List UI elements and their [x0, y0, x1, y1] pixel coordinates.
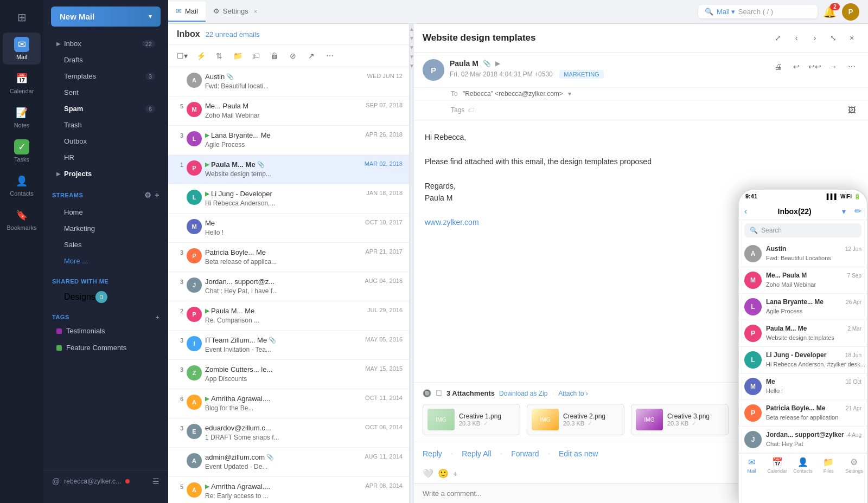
settings-icon[interactable]: ⚙ [144, 191, 152, 199]
reply-all-button-header[interactable]: ↩↩ [807, 59, 822, 74]
search-bar[interactable]: 🔍 Mail ▾ Search ( / ) [698, 5, 818, 18]
nav-item-inbox[interactable]: ▶ Inbox 22 [48, 36, 164, 51]
mail-list-item[interactable]: 3 P Patricia Boyle... Me Beta release of… [168, 243, 409, 272]
notifications-button[interactable]: 🔔 2 [823, 5, 837, 18]
sidebar-item-contacts[interactable]: 👤 Contacts [3, 169, 41, 201]
more-button[interactable]: ⋯ [322, 48, 337, 63]
attach-to-link[interactable]: Attach to › [558, 390, 588, 397]
mobile-chevron-icon[interactable]: ▾ [842, 207, 846, 216]
grid-menu-icon[interactable]: ⊞ [17, 11, 27, 24]
attachment-item[interactable]: IMG Creative 3.png 20.3 KB ✓ [631, 404, 729, 435]
mobile-compose-button[interactable]: ✏ [854, 206, 861, 216]
edit-as-new-link[interactable]: Edit as new [559, 449, 598, 458]
mobile-mail-item[interactable]: A Austin 12 Jun Fwd: Beautiful Locations [739, 241, 867, 267]
add-reaction-icon[interactable]: + [453, 469, 457, 478]
new-mail-button[interactable]: New Mail ▾ [51, 7, 161, 27]
print-button[interactable]: 🖨 [770, 59, 786, 74]
mail-list-item[interactable]: L ▶ Li Jung - Developer Hi Rebecca Ander… [168, 184, 409, 214]
more-actions-button[interactable]: ⋯ [844, 59, 859, 74]
nav-item-feature-comments[interactable]: Feature Comments [48, 340, 164, 356]
collapse-icon[interactable]: ☰ [152, 477, 159, 486]
mail-list-item[interactable]: 3 J Jordan... support@z... Chat : Hey Pa… [168, 272, 409, 301]
prev-email-button[interactable]: ‹ [789, 30, 804, 46]
unread-count[interactable]: 22 unread emails [206, 30, 260, 38]
move-button[interactable]: ↗ [304, 48, 319, 63]
mobile-mail-item[interactable]: J Jordan... support@zylker 4 Aug Chat: H… [739, 427, 867, 453]
mail-list-item[interactable]: 6 A ▶ Amritha Agrawal.... Blog for the B… [168, 389, 409, 418]
popout-button[interactable]: ⤢ [770, 30, 786, 46]
tag-button[interactable]: 🏷 [248, 48, 264, 63]
mail-list-item[interactable]: 1 P ▶ Paula M... Me 📎 Website design tem… [168, 155, 409, 184]
sidebar-item-tasks[interactable]: ✓ Tasks [3, 135, 41, 167]
mobile-nav-item-contacts[interactable]: 👤 Contacts [790, 454, 815, 477]
forward-button-header[interactable]: → [826, 59, 841, 74]
mobile-search-bar[interactable]: 🔍 Search [744, 223, 861, 237]
folder-button[interactable]: 📁 [230, 48, 245, 63]
close-detail-button[interactable]: × [844, 30, 859, 46]
sort-button[interactable]: ⇅ [212, 48, 227, 63]
download-zip-link[interactable]: Download as Zip [499, 390, 547, 397]
nav-item-drafts[interactable]: Drafts [48, 52, 164, 68]
reply-link[interactable]: Reply [423, 449, 442, 458]
tab-close-icon[interactable]: × [254, 8, 257, 15]
nav-item-designs[interactable]: Designs D [48, 287, 164, 307]
attachment-item[interactable]: IMG Creative 2.png 20.3 KB ✓ [527, 404, 624, 435]
next-email-button[interactable]: › [807, 30, 822, 46]
sidebar-item-calendar[interactable]: 📅 Calendar [3, 67, 41, 99]
mobile-mail-item[interactable]: P Patricia Boyle... Me 21 Apr Beta relea… [739, 400, 867, 427]
nav-item-home[interactable]: Home [48, 204, 164, 220]
heart-emoji[interactable]: 🤍 [423, 468, 433, 479]
sidebar-item-notes[interactable]: 📝 Notes [3, 101, 41, 133]
sidebar-item-bookmarks[interactable]: 🔖 Bookmarks [3, 203, 41, 235]
delete-button[interactable]: 🗑 [267, 48, 282, 63]
mail-list-item[interactable]: 5 A ▶ Amritha Agrawal.... Re: Early acce… [168, 477, 409, 503]
mobile-nav-item-calendar[interactable]: 📅 Calendar [764, 454, 790, 477]
nav-item-hr[interactable]: HR [48, 150, 164, 165]
nav-item-trash[interactable]: Trash [48, 117, 164, 133]
mobile-nav-item-mail[interactable]: ✉ Mail [739, 454, 764, 477]
nav-item-outbox[interactable]: Outbox [48, 133, 164, 149]
reply-all-link[interactable]: Reply All [462, 449, 491, 458]
image-toggle-button[interactable]: 🖼 [844, 102, 859, 118]
email-website-link[interactable]: www.zylker.com [425, 218, 479, 227]
forward-link[interactable]: Forward [511, 449, 539, 458]
mail-list-item[interactable]: A admin@zillum.com 📎 Event Updated - De.… [168, 448, 409, 477]
mail-list-item[interactable]: A Austin 📎 Fwd: Beautiful locati... WED … [168, 67, 409, 96]
search-scope-selector[interactable]: Mail ▾ [717, 8, 735, 16]
mail-list-item[interactable]: 3 I ITTeam Zillum... Me 📎 Event Invitati… [168, 331, 409, 360]
mobile-mail-item[interactable]: L Li Jung - Developer 18 Jun Hi Rebecca … [739, 347, 867, 373]
nav-item-spam[interactable]: Spam 6 [48, 101, 164, 117]
tag-add-icon[interactable]: 🏷 [468, 106, 474, 114]
chevron-down-to-icon[interactable]: ▾ [568, 90, 571, 98]
user-avatar[interactable]: P [842, 3, 859, 21]
mail-list-item[interactable]: M Me Hello ! OCT 10, 2017 [168, 214, 409, 243]
mobile-nav-item-files[interactable]: 📁 Files [816, 454, 841, 477]
mail-list-item[interactable]: 3 E eduardov@zillum.c... 1 DRAFT Some sn… [168, 418, 409, 448]
nav-item-projects[interactable]: ▶ Projects [48, 166, 164, 182]
reply-button-header[interactable]: ↩ [789, 59, 804, 74]
filter-button[interactable]: ⚡ [193, 48, 208, 63]
mail-list-item[interactable]: 3 Z Zombie Cutters... le... App Discount… [168, 360, 409, 389]
reaction-emoji[interactable]: 🙂 [438, 468, 449, 479]
mobile-mail-item[interactable]: P Paula M... Me 2 Mar Website design tem… [739, 320, 867, 347]
tab-settings[interactable]: ⚙ Settings × [206, 2, 265, 22]
mobile-nav-item-settings[interactable]: ⚙ Settings [841, 454, 867, 477]
mail-list-item[interactable]: 5 M Me... Paula M Zoho Mail Webinar SEP … [168, 96, 409, 126]
nav-item-marketing[interactable]: Marketing [48, 221, 164, 236]
mobile-mail-item[interactable]: L Lana Bryante... Me 26 Apr Agile Proces… [739, 294, 867, 320]
add-tag-icon[interactable]: + [156, 314, 159, 320]
mail-list-item[interactable]: 3 L ▶ Lana Bryante... Me Agile Process A… [168, 126, 409, 155]
nav-item-templates[interactable]: Templates 3 [48, 68, 164, 84]
mobile-mail-item[interactable]: M Me 10 Oct Hello ! [739, 373, 867, 400]
mail-list-item[interactable]: 2 P ▶ Paula M... Me Re. Comparison ... J… [168, 301, 409, 331]
block-button[interactable]: ⊘ [285, 48, 301, 63]
nav-item-sales[interactable]: Sales [48, 237, 164, 253]
bottom-account[interactable]: @ rebecca@zylker.c... ☰ [43, 470, 168, 492]
nav-item-sent[interactable]: Sent [48, 85, 164, 100]
mobile-mail-item[interactable]: M Me... Paula M 7 Sep Zoho Mail Webinar [739, 267, 867, 294]
add-stream-icon[interactable]: + [155, 191, 159, 199]
expand-button[interactable]: ⤡ [826, 30, 841, 46]
attachment-item[interactable]: IMG Creative 1.png 20.3 KB ✓ [423, 404, 520, 435]
nav-item-testimonials[interactable]: Testimonials [48, 323, 164, 339]
select-all-button[interactable]: ☐▾ [175, 48, 190, 63]
